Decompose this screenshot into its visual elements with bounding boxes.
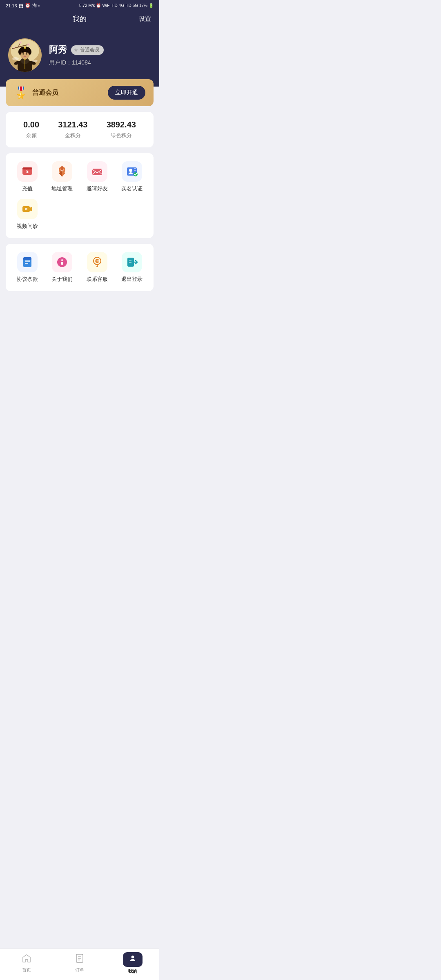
vip-medal-icon: 🎖️ — [14, 86, 28, 100]
svg-point-22 — [26, 53, 27, 55]
svg-rect-34 — [92, 169, 102, 175]
terms-icon — [21, 256, 33, 268]
profile-user-id: 用户ID：114084 — [49, 59, 151, 67]
profile-name: 阿秀 — [49, 44, 67, 56]
menu-terms[interactable]: 协议条款 — [10, 252, 45, 283]
realname-icon-bg — [122, 161, 142, 182]
member-badge[interactable]: ★ 普通会员 — [71, 45, 104, 55]
svg-point-20 — [24, 46, 26, 48]
recharge-icon-bg: ¥ — [17, 161, 38, 182]
menu-grid: 协议条款 关于我们 — [10, 252, 149, 283]
vip-activate-button[interactable]: 立即开通 — [108, 86, 145, 100]
status-network: 8.72 M/s — [79, 3, 95, 8]
svg-point-6 — [13, 47, 15, 48]
func-video[interactable]: 视频问诊 — [10, 199, 45, 230]
avatar[interactable] — [8, 38, 42, 72]
invite-icon — [91, 165, 103, 178]
status-dot: • — [38, 3, 40, 8]
status-5g-icon: 5G — [133, 3, 138, 8]
logout-label: 退出登录 — [121, 276, 143, 283]
svg-rect-58 — [96, 266, 98, 267]
status-hd2-icon: HD — [125, 3, 131, 8]
menu-contact[interactable]: 联系客服 — [80, 252, 115, 283]
svg-point-5 — [27, 43, 30, 46]
svg-point-23 — [24, 55, 26, 56]
realname-icon — [126, 165, 138, 178]
menu-about[interactable]: 关于我们 — [45, 252, 80, 283]
member-badge-label: 普通会员 — [80, 47, 100, 53]
func-invite[interactable]: 邀请好友 — [80, 161, 115, 192]
vip-banner: 🎖️ 普通会员 立即开通 — [6, 79, 154, 106]
status-time: 21:13 — [6, 3, 17, 8]
invite-icon-bg — [87, 161, 107, 182]
functions-grid: ¥ 充值 地址管理 — [10, 161, 149, 230]
stat-gold-value: 3121.43 — [58, 120, 87, 129]
svg-point-24 — [12, 57, 19, 60]
avatar-image — [8, 38, 42, 72]
status-clock-icon: ⏰ — [25, 3, 31, 8]
page-title: 我的 — [73, 14, 87, 24]
menu-logout[interactable]: 退出登录 — [115, 252, 150, 283]
contact-icon-bg — [87, 252, 107, 272]
status-bar: 21:13 🖼 ⏰ 淘 • 8.72 M/s ⏰ WiFi HD 4G HD 5… — [0, 0, 159, 10]
recharge-icon: ¥ — [21, 165, 33, 178]
about-icon-bg — [52, 252, 72, 272]
status-alarm-icon: ⏰ — [96, 3, 101, 8]
status-battery-icon: 🔋 — [149, 3, 154, 8]
func-recharge[interactable]: ¥ 充值 — [10, 161, 45, 192]
realname-label: 实名认证 — [121, 185, 143, 192]
menu-card: 协议条款 关于我们 — [6, 244, 154, 291]
svg-point-25 — [32, 60, 38, 62]
status-wifi-icon: WiFi — [102, 3, 110, 8]
stat-green-value: 3892.43 — [107, 120, 136, 129]
stat-gold-label: 金积分 — [58, 132, 87, 139]
recharge-label: 充值 — [22, 185, 33, 192]
svg-rect-48 — [23, 257, 31, 260]
svg-point-17 — [18, 49, 22, 55]
svg-point-21 — [22, 53, 24, 55]
svg-point-50 — [61, 259, 63, 261]
contact-icon — [91, 256, 103, 268]
address-icon — [56, 165, 68, 178]
page-header: 我的 设置 — [0, 10, 159, 30]
status-photo-icon: 🖼 — [19, 3, 23, 8]
func-realname[interactable]: 实名认证 — [115, 161, 150, 192]
svg-rect-51 — [61, 262, 63, 265]
svg-text:¥: ¥ — [26, 169, 29, 174]
svg-point-54 — [95, 261, 96, 262]
svg-point-18 — [28, 49, 31, 55]
logout-icon — [126, 256, 138, 268]
about-icon — [56, 256, 68, 268]
terms-icon-bg — [17, 252, 38, 272]
status-taobao-icon: 淘 — [32, 2, 37, 9]
stat-balance-value: 0.00 — [23, 120, 39, 129]
stat-green-label: 绿色积分 — [107, 132, 136, 139]
svg-point-55 — [96, 261, 98, 262]
stat-gold-points[interactable]: 3121.43 金积分 — [58, 120, 87, 139]
svg-point-38 — [129, 169, 132, 172]
status-battery: 17% — [139, 3, 147, 8]
profile-section: 阿秀 ★ 普通会员 用户ID：114084 — [0, 30, 159, 87]
status-4g-icon: 4G — [119, 3, 124, 8]
stat-balance[interactable]: 0.00 余额 — [23, 120, 39, 139]
terms-label: 协议条款 — [17, 276, 38, 283]
func-address[interactable]: 地址管理 — [45, 161, 80, 192]
video-label: 视频问诊 — [17, 223, 38, 230]
stats-card: 0.00 余额 3121.43 金积分 3892.43 绿色积分 — [6, 112, 154, 147]
video-icon-bg — [17, 199, 38, 219]
status-left: 21:13 🖼 ⏰ 淘 • — [6, 2, 40, 9]
stat-balance-label: 余额 — [23, 132, 39, 139]
stat-green-points[interactable]: 3892.43 绿色积分 — [107, 120, 136, 139]
vip-title: 普通会员 — [32, 89, 58, 97]
vip-left: 🎖️ 普通会员 — [14, 86, 58, 100]
status-right: 8.72 M/s ⏰ WiFi HD 4G HD 5G 17% 🔋 — [79, 3, 154, 8]
profile-name-row: 阿秀 ★ 普通会员 — [49, 44, 151, 56]
address-icon-bg — [52, 161, 72, 182]
functions-card: ¥ 充值 地址管理 — [6, 153, 154, 238]
settings-button[interactable]: 设置 — [139, 15, 151, 23]
video-icon — [21, 203, 33, 215]
logout-icon-bg — [122, 252, 142, 272]
contact-label: 联系客服 — [87, 276, 108, 283]
svg-point-56 — [98, 261, 99, 262]
about-label: 关于我们 — [51, 276, 73, 283]
